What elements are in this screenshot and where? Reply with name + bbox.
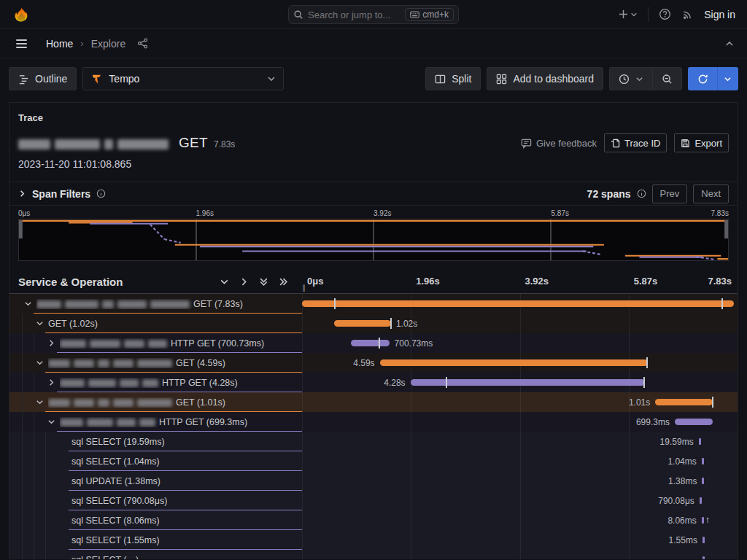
span-row[interactable]: HTTP GET (699.3ms)699.3ms xyxy=(9,412,738,432)
collapse-all-icon[interactable] xyxy=(254,277,274,287)
chevron-down-icon[interactable] xyxy=(36,398,44,406)
new-menu-button[interactable] xyxy=(618,9,638,20)
span-row-name-cell[interactable]: GET (7.83s) xyxy=(9,294,302,314)
span-row-name-cell[interactable]: sql SELECT (790.08μs) xyxy=(9,491,302,510)
expand-one-icon[interactable] xyxy=(234,277,254,287)
chevron-right-icon[interactable] xyxy=(47,378,55,386)
search-input[interactable] xyxy=(308,9,400,20)
help-button[interactable] xyxy=(659,8,671,20)
share-shortcut-icon[interactable] xyxy=(137,38,148,49)
trace-id-button[interactable]: Trace ID xyxy=(604,133,667,152)
export-button[interactable]: Export xyxy=(674,133,729,152)
span-row[interactable]: sql SELECT (790.08μs)790.08μs xyxy=(9,491,738,510)
span-row-name-cell[interactable]: HTTP GET (4.28s) xyxy=(9,373,302,392)
next-span-button[interactable]: Next xyxy=(693,184,729,203)
span-row-label: sql SELECT (790.08μs) xyxy=(71,496,167,506)
chevron-down-icon[interactable] xyxy=(36,319,44,327)
span-row-name-cell[interactable]: sql SELECT (1.55ms) xyxy=(9,530,302,550)
jump-to-span-arrow-icon[interactable]: ↑ xyxy=(705,515,710,525)
span-duration-label: 19.59ms xyxy=(660,437,694,447)
info-icon[interactable] xyxy=(96,189,106,198)
span-row[interactable]: sql SELECT (8.06ms)8.06ms↑ xyxy=(9,510,738,530)
mega-menu-toggle[interactable] xyxy=(13,36,30,51)
indent-guide xyxy=(34,432,34,451)
span-duration-label: 8.06ms xyxy=(667,516,696,526)
span-bar[interactable] xyxy=(655,399,713,405)
column-resize-handle[interactable]: ∥ xyxy=(302,284,306,292)
span-row-name-cell[interactable]: GET (1.02s) xyxy=(9,314,302,333)
chevron-down-icon[interactable] xyxy=(36,359,44,367)
minimap-tick-label: 0μs xyxy=(18,209,30,217)
add-to-dashboard-button[interactable]: Add to dashboard xyxy=(487,67,603,90)
span-bar[interactable] xyxy=(702,478,704,484)
run-query-interval-button[interactable] xyxy=(717,67,738,90)
span-bar[interactable] xyxy=(700,497,702,504)
run-query-button[interactable] xyxy=(688,67,717,90)
span-bar[interactable] xyxy=(302,300,734,307)
span-bar[interactable] xyxy=(351,340,390,346)
breadcrumb-explore[interactable]: Explore xyxy=(91,38,125,50)
indent-guide xyxy=(22,373,23,392)
span-row-name-cell[interactable]: sql SELECT (1.04ms) xyxy=(9,451,302,471)
span-row[interactable]: GET (1.02s)1.02s xyxy=(9,314,738,333)
grafana-logo-icon[interactable] xyxy=(12,5,31,24)
span-row-name-cell[interactable]: HTTP GET (699.3ms) xyxy=(9,412,302,432)
span-row-name-cell[interactable]: sql SELECT (8.06ms) xyxy=(9,510,302,530)
expand-all-icon[interactable] xyxy=(274,277,293,287)
span-row[interactable]: sql UPDATE (1.38ms)1.38ms xyxy=(9,471,738,491)
span-row-name-cell[interactable]: sql SELECT (…) xyxy=(9,550,302,559)
split-button[interactable]: Split xyxy=(425,67,481,90)
span-row[interactable]: GET (1.01s)1.01s xyxy=(9,392,738,412)
span-bar[interactable] xyxy=(380,359,648,366)
span-row-name-cell[interactable]: GET (1.01s) xyxy=(9,392,302,412)
span-bar[interactable] xyxy=(703,556,705,559)
chevron-down-icon[interactable] xyxy=(47,418,55,426)
span-row[interactable]: sql SELECT (1.55ms)1.55ms xyxy=(9,530,738,550)
indent-guide xyxy=(22,392,23,412)
span-bar[interactable] xyxy=(334,320,391,327)
span-duration-label: 1.55ms xyxy=(669,535,697,545)
indent-guide xyxy=(22,314,23,333)
indent-guide xyxy=(22,550,23,559)
span-row-name-cell[interactable]: HTTP GET (700.73ms) xyxy=(9,333,302,353)
span-filters-bar[interactable]: Span Filters 72 spans Prev Next xyxy=(9,182,738,206)
span-row[interactable]: GET (7.83s) xyxy=(9,294,738,314)
span-row-label: GET (7.83s) xyxy=(36,299,243,309)
redacted-service-name xyxy=(98,359,109,368)
breadcrumb-home[interactable]: Home xyxy=(46,38,73,50)
minimap-canvas[interactable] xyxy=(18,219,729,261)
global-search[interactable]: cmd+k xyxy=(288,5,459,24)
span-row-name-cell[interactable]: sql SELECT (19.59ms) xyxy=(9,432,302,451)
span-row[interactable]: HTTP GET (700.73ms)700.73ms xyxy=(9,333,738,353)
sign-in-link[interactable]: Sign in xyxy=(704,9,735,20)
outline-button[interactable]: Outline xyxy=(9,67,77,90)
span-duration-label: 790.08μs xyxy=(658,496,694,506)
indent-guide xyxy=(34,530,34,550)
datasource-picker[interactable]: Tempo xyxy=(82,67,284,90)
service-operation-header: Service & Operation xyxy=(18,276,214,288)
chevron-right-icon[interactable] xyxy=(47,339,55,347)
span-row-name-cell[interactable]: sql UPDATE (1.38ms) xyxy=(9,471,302,491)
prev-span-button[interactable]: Prev xyxy=(652,184,688,203)
collapse-controls-button[interactable] xyxy=(725,39,734,48)
zoom-out-time-button[interactable] xyxy=(652,67,682,90)
span-row[interactable]: GET (4.59s)4.59s xyxy=(9,353,738,373)
span-row[interactable]: HTTP GET (4.28s)4.28s xyxy=(9,373,738,392)
span-bar[interactable] xyxy=(702,458,704,464)
span-bar[interactable] xyxy=(699,438,701,445)
span-bar[interactable] xyxy=(702,517,704,524)
span-row[interactable]: sql SELECT (1.04ms)1.04ms xyxy=(9,451,738,471)
collapse-one-icon[interactable] xyxy=(214,277,234,287)
chevron-down-icon xyxy=(630,11,638,18)
time-picker-button[interactable] xyxy=(609,67,652,90)
span-bar[interactable] xyxy=(675,419,713,425)
span-row[interactable]: sql SELECT (19.59ms)19.59ms xyxy=(9,432,738,451)
span-row-name-cell[interactable]: GET (4.59s) xyxy=(9,353,302,373)
info-icon[interactable] xyxy=(637,189,646,198)
span-bar[interactable] xyxy=(703,537,705,543)
span-row[interactable]: sql SELECT (…) xyxy=(9,550,738,559)
rss-icon xyxy=(681,8,694,20)
chevron-down-icon[interactable] xyxy=(24,300,32,308)
news-button[interactable] xyxy=(681,8,694,20)
give-feedback-link[interactable]: Give feedback xyxy=(521,138,597,149)
